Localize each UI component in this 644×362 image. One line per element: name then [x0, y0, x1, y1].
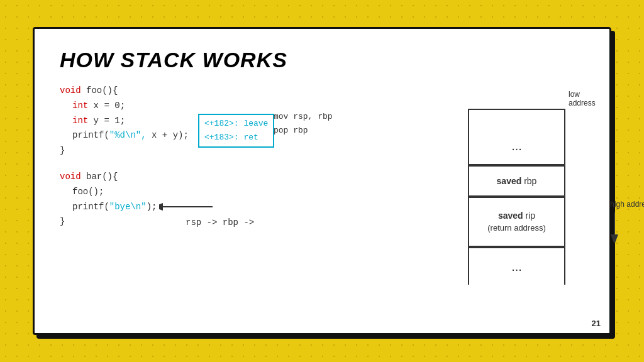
- annotation-line1: <+182>: leave: [204, 117, 268, 131]
- page-number: 21: [592, 319, 601, 328]
- code-line-bar-close: }: [60, 214, 449, 229]
- content-area: void foo(){ int x = 0; int y = 1; printf…: [60, 84, 584, 285]
- stack-cell-dots-bottom: ...: [469, 247, 564, 285]
- stack-diagram: ... saved rbp saved rip (return address): [468, 109, 565, 285]
- slide: How Stack Works void foo(){ int x = 0; i…: [33, 27, 611, 335]
- arrow-svg: [159, 200, 216, 213]
- code-line-bar2: foo();: [60, 185, 449, 200]
- high-addr-arrow: [610, 211, 619, 243]
- code-line-bar3: printf("bye\n");: [60, 200, 449, 215]
- code-line-foo1: void foo(){: [60, 84, 449, 99]
- stack-section: low address ... saved rbp: [468, 90, 584, 285]
- annotation-box: <+182>: leave <+183>: ret: [198, 114, 274, 148]
- asm-line1: mov rsp, rbp: [274, 110, 333, 124]
- stack-cell-top-empty: [469, 109, 564, 128]
- annotation-asm: mov rsp, rbp pop rbp: [274, 110, 333, 138]
- code-section: void foo(){ int x = 0; int y = 1; printf…: [60, 84, 449, 229]
- stack-wrapper: low address ... saved rbp: [468, 90, 584, 285]
- low-address-label: low address: [569, 90, 584, 107]
- high-address-area: high address: [610, 200, 644, 243]
- asm-line2: pop rbp: [274, 124, 333, 138]
- stack-cell-dots-top: ...: [469, 128, 564, 165]
- rsp-rbp-label: rsp -> rbp ->: [186, 216, 254, 231]
- code-line-bar1: void bar(){: [60, 170, 449, 185]
- code-line-foo2: int x = 0;: [60, 99, 449, 114]
- annotation-line2: <+183>: ret: [204, 131, 268, 145]
- stack-cell-saved-rip: saved rip (return address): [469, 197, 564, 247]
- stack-cell-saved-rbp: saved rbp: [469, 165, 564, 197]
- slide-title: How Stack Works: [60, 48, 584, 72]
